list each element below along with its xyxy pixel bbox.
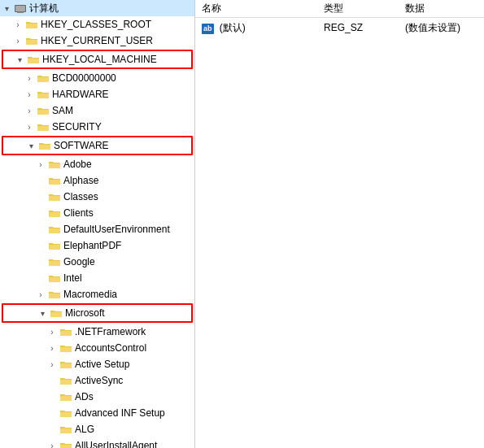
tree-item-hkcr[interactable]: › HKEY_CLASSES_ROOT	[0, 16, 194, 33]
intel-label: Intel	[63, 272, 82, 284]
macromedia-label: Macromedia	[63, 289, 117, 300]
microsoft-expand-icon[interactable]: ▾	[37, 308, 47, 318]
svg-rect-1	[15, 6, 25, 11]
tree-item-ads[interactable]: ADs	[0, 389, 194, 405]
tree-item-clients[interactable]: Clients	[0, 205, 194, 221]
folder-icon-adobe	[48, 159, 61, 170]
folder-icon-hardware	[37, 89, 50, 100]
folder-icon-hklm	[27, 54, 40, 65]
security-label: SECURITY	[52, 121, 102, 133]
macromedia-expand-icon[interactable]: ›	[36, 289, 46, 299]
folder-icon-classes	[48, 191, 61, 202]
tree-item-macromedia[interactable]: › Macromedia	[0, 286, 194, 302]
software-label: SOFTWARE	[54, 140, 109, 151]
alg-label: ALG	[75, 424, 94, 435]
tree-item-defaultuserenv[interactable]: DefaultUserEnvironment	[0, 221, 194, 237]
tree-item-accountscontrol[interactable]: › AccountsControl	[0, 340, 194, 356]
tree-item-sam[interactable]: › SAM	[0, 102, 194, 119]
classes-label: Classes	[63, 191, 98, 202]
folder-icon-google	[48, 256, 61, 267]
tree-item-activesetup[interactable]: › Active Setup	[0, 356, 194, 372]
data-cell-value: (数值未设置)	[405, 21, 477, 35]
bcd-label: BCD00000000	[52, 72, 116, 84]
sam-expand-icon[interactable]: ›	[24, 106, 34, 115]
hkcr-label: HKEY_CLASSES_ROOT	[41, 19, 151, 30]
tree-item-bcd[interactable]: › BCD00000000	[0, 70, 194, 86]
tree-item-adobe[interactable]: › Adobe	[0, 156, 194, 172]
ab-icon: ab	[202, 24, 214, 34]
hardware-expand-icon[interactable]: ›	[24, 89, 34, 99]
tree-item-elephantpdf[interactable]: ElephantPDF	[0, 237, 194, 254]
microsoft-label: Microsoft	[65, 307, 105, 319]
right-panel-header: 名称 类型 数据	[195, 0, 484, 18]
tree-item-allusersinstallagent[interactable]: › AllUserInstallAgent	[0, 437, 194, 448]
tree-item-alphase[interactable]: Alphase	[0, 172, 194, 189]
tree-panel: ▾ 计算机 › HKEY_CLASSES_ROOT	[0, 0, 195, 448]
svg-rect-2	[17, 12, 24, 14]
tree-item-intel[interactable]: Intel	[0, 270, 194, 286]
hklm-highlight-box: ▾ HKEY_LOCAL_MACHINE	[2, 50, 193, 69]
folder-icon-netframework	[59, 326, 72, 337]
tree-item-activesync[interactable]: ActiveSync	[0, 372, 194, 389]
hkcu-label: HKEY_CURRENT_USER	[41, 35, 153, 46]
col-header-type: 类型	[324, 2, 405, 15]
activesync-label: ActiveSync	[75, 375, 123, 386]
folder-icon-activesync	[59, 375, 72, 386]
computer-icon	[14, 2, 27, 14]
bcd-expand-icon[interactable]: ›	[24, 73, 34, 83]
right-panel: 名称 类型 数据 ab (默认) REG_SZ (数值未设置)	[195, 0, 484, 448]
activesetup-expand-icon[interactable]: ›	[47, 359, 57, 369]
netframework-expand-icon[interactable]: ›	[47, 327, 57, 337]
adobe-label: Adobe	[63, 159, 92, 170]
folder-icon-alphase	[48, 175, 61, 186]
tree-item-hkcu[interactable]: › HKEY_CURRENT_USER	[0, 33, 194, 49]
folder-icon-security	[37, 121, 50, 133]
tree-item-hklm[interactable]: ▾ HKEY_LOCAL_MACHINE	[3, 51, 191, 67]
accountscontrol-expand-icon[interactable]: ›	[47, 343, 57, 353]
software-expand-icon[interactable]: ▾	[26, 141, 36, 150]
tree-item-google[interactable]: Google	[0, 254, 194, 270]
software-highlight-box: ▾ SOFTWARE	[2, 136, 193, 155]
tree-content[interactable]: ▾ 计算机 › HKEY_CLASSES_ROOT	[0, 0, 194, 448]
root-expand-icon[interactable]: ▾	[2, 3, 11, 13]
tree-item-alg[interactable]: ALG	[0, 421, 194, 437]
google-label: Google	[63, 256, 95, 267]
hklm-expand-icon[interactable]: ▾	[15, 54, 24, 64]
folder-icon-advancedinfsetup	[59, 407, 72, 419]
tree-item-hardware[interactable]: › HARDWARE	[0, 86, 194, 102]
clients-label: Clients	[63, 207, 94, 219]
elephantpdf-label: ElephantPDF	[63, 240, 121, 251]
ads-label: ADs	[75, 391, 94, 402]
tree-item-microsoft[interactable]: ▾ Microsoft	[3, 305, 191, 321]
tree-item-advancedinfsetup[interactable]: Advanced INF Setup	[0, 405, 194, 421]
folder-icon-intel	[48, 272, 61, 284]
tree-root[interactable]: ▾ 计算机	[0, 0, 194, 16]
tree-item-software[interactable]: ▾ SOFTWARE	[3, 137, 191, 154]
folder-icon-allusersinstallagent	[59, 440, 72, 448]
allusersinstallagent-expand-icon[interactable]: ›	[47, 441, 57, 448]
folder-icon-hkcu	[25, 35, 38, 46]
hardware-label: HARDWARE	[52, 89, 109, 100]
hklm-label: HKEY_LOCAL_MACHINE	[42, 54, 157, 65]
folder-icon-defaultuserenv	[48, 224, 61, 235]
folder-icon-sam	[37, 105, 50, 116]
defaultuserenv-label: DefaultUserEnvironment	[63, 224, 170, 235]
security-expand-icon[interactable]: ›	[24, 122, 34, 132]
root-label: 计算机	[29, 2, 59, 15]
tree-item-classes[interactable]: Classes	[0, 189, 194, 205]
adobe-expand-icon[interactable]: ›	[36, 159, 46, 169]
col-header-name: 名称	[202, 2, 324, 15]
microsoft-highlight-box: ▾ Microsoft	[2, 303, 193, 323]
alphase-label: Alphase	[63, 175, 98, 186]
tree-item-security[interactable]: › SECURITY	[0, 119, 194, 135]
main-container: ▾ 计算机 › HKEY_CLASSES_ROOT	[0, 0, 484, 448]
folder-icon-activesetup	[59, 359, 72, 370]
folder-icon-accountscontrol	[59, 342, 72, 354]
hkcr-expand-icon[interactable]: ›	[13, 20, 23, 29]
data-cell-name: ab (默认)	[202, 21, 324, 35]
hkcu-expand-icon[interactable]: ›	[13, 36, 23, 46]
advancedinfsetup-label: Advanced INF Setup	[75, 407, 165, 419]
data-row-default[interactable]: ab (默认) REG_SZ (数值未设置)	[195, 20, 484, 36]
allusersinstallagent-label: AllUserInstallAgent	[75, 440, 157, 448]
tree-item-netframework[interactable]: › .NETFramework	[0, 324, 194, 340]
